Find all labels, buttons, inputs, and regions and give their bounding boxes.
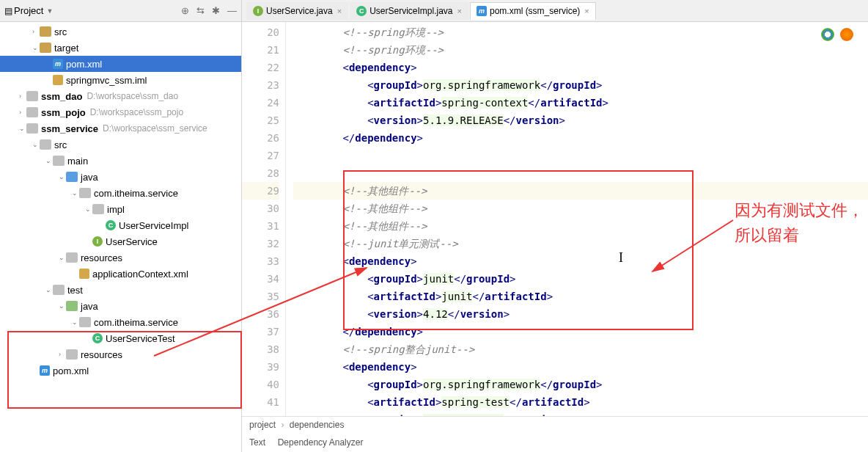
chevron-right-icon: › [281,420,284,430]
settings-icon[interactable]: ✱ [212,5,220,16]
tree-item-java[interactable]: ⌄java [0,298,241,314]
tree-item-userservicetest[interactable]: CUserServiceTest [0,330,241,346]
breadcrumb-item[interactable]: dependencies [290,420,345,430]
code-line-25[interactable]: <version>5.1.9.RELEASE</version> [293,112,868,129]
file-icon [53,75,63,85]
code-line-36[interactable]: <version>4.12</version> [293,305,868,323]
code-line-42[interactable]: <version>5.1.9.RELEASE</version> [293,411,868,416]
code-line-26[interactable]: </dependency> [293,129,868,147]
code-line-20[interactable]: <!--spring环境--> [293,23,868,41]
tree-item-impl[interactable]: ⌄impl [0,201,241,217]
tree-item-userserviceimpl[interactable]: CUserServiceImpl [0,217,241,233]
code-line-41[interactable]: <artifactId>spring-test</artifactId> [293,393,868,411]
close-icon[interactable]: × [457,7,462,15]
tree-item-resources[interactable]: ⌄resources [0,249,241,266]
dropdown-icon[interactable]: ▼ [46,7,53,15]
breadcrumb[interactable]: project › dependencies [242,416,868,433]
folder-icon [66,349,78,360]
expand-icon[interactable]: ⇆ [196,5,205,16]
tree-item-java[interactable]: ⌄java [0,169,241,185]
folder-icon [26,123,38,134]
tab-text[interactable]: Text [249,437,265,448]
folder-icon [53,285,65,295]
tree-item-ssm-service[interactable]: ⌄ssm_serviceD:\workspace\ssm_service [0,120,241,136]
chevron-icon: ⌄ [32,141,40,148]
folder-icon [79,188,91,198]
chevron-icon: › [59,351,66,358]
tree-label: resources [81,252,122,263]
hide-icon[interactable]: — [227,5,237,16]
code-line-39[interactable]: <dependency> [293,358,868,376]
code-line-33[interactable]: <dependency> [293,252,868,270]
tree-item-com-itheima-service[interactable]: ⌄com.itheima.service [0,185,241,201]
editor-tab[interactable]: mpom.xml (ssm_service)× [470,2,596,20]
tree-label: ssm_service [41,123,98,134]
tree-label: UserServiceTest [106,333,175,344]
chrome-icon[interactable] [821,28,834,41]
code-line-23[interactable]: <groupId>org.springframework</groupId> [293,76,868,94]
code-line-21[interactable]: <!--spring环境--> [293,41,868,59]
tab-label: UserService.java [266,6,333,16]
file-icon: m [53,59,63,69]
editor-tab[interactable]: CUserServiceImpl.java× [350,2,468,20]
tree-item-springmvc-ssm-iml[interactable]: springmvc_ssm.iml [0,72,241,88]
tree-item-pom-xml[interactable]: mpom.xml [0,362,241,379]
project-sidebar: ▤ Project ▼ ⊕ ⇆ ✱ — ›src⌄targetmpom.xmls… [0,0,242,452]
tab-label: pom.xml (ssm_service) [490,6,580,16]
tree-item-ssm-pojo[interactable]: ›ssm_pojoD:\workspace\ssm_pojo [0,104,241,120]
chevron-icon: ⌄ [19,125,26,132]
chevron-icon: ⌄ [32,44,40,51]
file-icon: C [92,333,103,343]
code-line-37[interactable]: </dependency> [293,323,868,340]
sidebar-header: ▤ Project ▼ ⊕ ⇆ ✱ — [0,0,241,22]
close-icon[interactable]: × [337,7,342,15]
annotation-text: 因为有测试文件，所以留着 [735,198,868,248]
tree-label: resources [81,349,122,360]
firefox-icon[interactable] [840,28,853,41]
code-line-29[interactable]: <!--其他组件--> [293,182,868,200]
code-line-28[interactable] [293,164,868,182]
tree-item-userservice[interactable]: IUserService [0,233,241,249]
tree-item-src[interactable]: ›src [0,23,241,40]
tree-item-target[interactable]: ⌄target [0,40,241,56]
tree-label: java [81,301,98,312]
code-line-40[interactable]: <groupId>org.springframework</groupId> [293,376,868,393]
chevron-icon: ⌄ [45,157,53,164]
tree-label: UserService [106,236,158,247]
editor-tabs: IUserService.java×CUserServiceImpl.java×… [242,0,868,22]
breadcrumb-item[interactable]: project [249,420,276,430]
file-icon [79,269,89,279]
code-line-34[interactable]: <groupId>junit</groupId> [293,270,868,288]
sidebar-title[interactable]: Project [14,5,43,16]
editor-tab[interactable]: IUserService.java× [246,2,348,20]
tree-item-applicationcontext-xml[interactable]: applicationContext.xml [0,266,241,282]
code-line-22[interactable]: <dependency> [293,59,868,76]
close-icon[interactable]: × [584,7,589,15]
tree-item-src[interactable]: ⌄src [0,136,241,153]
tree-label: springmvc_ssm.iml [66,75,147,86]
project-tree[interactable]: ›src⌄targetmpom.xmlspringmvc_ssm.iml›ssm… [0,22,241,452]
tree-label: pom.xml [53,365,89,376]
tree-item-com-itheima-service[interactable]: ⌄com.itheima.service [0,314,241,330]
code-line-38[interactable]: <!--spring整合junit--> [293,340,868,358]
folder-icon [40,26,51,37]
code-line-27[interactable] [293,147,868,164]
tab-dependency-analyzer[interactable]: Dependency Analyzer [278,437,364,448]
code-line-24[interactable]: <artifactId>spring-context</artifactId> [293,94,868,112]
tree-label: com.itheima.service [94,317,178,328]
tree-label: impl [107,204,125,215]
tree-item-main[interactable]: ⌄main [0,153,241,169]
tree-item-test[interactable]: ⌄test [0,282,241,298]
folder-icon [26,107,38,117]
chevron-icon: ⌄ [59,254,66,261]
code-line-35[interactable]: <artifactId>junit</artifactId> [293,288,868,305]
file-icon: m [477,6,487,16]
locate-icon[interactable]: ⊕ [181,5,189,16]
tree-item-resources[interactable]: ›resources [0,346,241,362]
chevron-icon: ⌄ [59,173,66,181]
folder-icon [66,252,78,263]
tree-item-pom-xml[interactable]: mpom.xml [0,56,241,72]
tree-label: ssm_dao [41,91,82,102]
tree-item-ssm-dao[interactable]: ›ssm_daoD:\workspace\ssm_dao [0,88,241,104]
browser-icons [821,28,853,41]
